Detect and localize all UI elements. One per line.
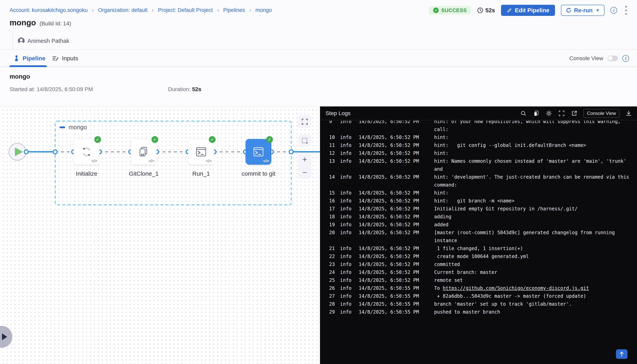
log-header-actions: Console View: [520, 109, 632, 118]
user-avatar-icon: [18, 38, 24, 44]
step-node-gitclone[interactable]: </> ✓ GitClone_1: [131, 139, 156, 165]
success-check-icon: ✓: [433, 8, 439, 13]
pipeline-icon: [13, 55, 20, 62]
info-icon[interactable]: i: [610, 7, 617, 14]
edit-pipeline-label: Edit Pipeline: [515, 7, 550, 14]
title-row: mongo (Build Id: 14): [10, 18, 71, 27]
header-actions: ✓ SUCCESS 52s Edit Pipeline: [429, 5, 629, 16]
log-row: 24info14/8/2025, 6:50:52 PMCurrent branc…: [329, 268, 637, 276]
download-icon: [626, 110, 632, 116]
log-row: 12info14/8/2025, 6:50:52 PMhint:: [329, 149, 637, 157]
step-node-run[interactable]: </> ✓ Run_1: [188, 139, 214, 165]
breadcrumb-project[interactable]: Project: Default Project: [158, 7, 213, 13]
tab-bar: Pipeline Inputs Console View i: [0, 50, 637, 67]
breadcrumb-organization[interactable]: Organization: default: [98, 7, 148, 13]
log-row: 25info14/8/2025, 6:50:52 PMremote set: [329, 276, 637, 284]
copy-icon: [533, 110, 539, 116]
rerun-caret-icon: ▼: [596, 8, 600, 13]
started-at: Started at: 14/8/2025, 6:50:09 PM: [10, 86, 93, 92]
console-view-info-icon[interactable]: i: [622, 55, 629, 62]
breadcrumb-pipelines[interactable]: Pipelines: [223, 7, 245, 13]
fit-view-button[interactable]: [298, 115, 311, 128]
step-node-commit-to-git[interactable]: </> ✓ commit to git: [246, 139, 271, 165]
active-tab-underline: [10, 65, 47, 67]
more-options-menu[interactable]: •••: [623, 5, 629, 16]
refresh-icon: [80, 146, 93, 158]
code-icon: </>: [148, 158, 154, 163]
copy-logs-button[interactable]: [532, 110, 540, 117]
build-id: (Build Id: 14): [40, 20, 71, 27]
pipeline-canvas[interactable]: mongo </> ✓ Initialize: [0, 106, 320, 364]
console-view-button[interactable]: Console View: [584, 109, 620, 118]
pipeline-graph: [0, 107, 320, 364]
pencil-icon: [506, 8, 512, 13]
zoom-out-button[interactable]: −: [298, 166, 311, 179]
open-logs-new-tab-button[interactable]: [571, 110, 578, 117]
console-view-label: Console View: [569, 55, 603, 62]
rerun-label: Re-run: [574, 7, 592, 14]
marquee-icon: [301, 137, 308, 144]
pipeline-execution-page: Account: kurosakiichigo.songoku › Organi…: [0, 0, 637, 364]
toggle-knob: [608, 56, 613, 61]
step-card: </>: [74, 139, 100, 165]
log-rows: 9info14/8/2025, 6:50:52 PMhint: of your …: [320, 121, 637, 364]
log-settings-button[interactable]: [545, 110, 552, 117]
status-text: SUCCESS: [441, 7, 467, 14]
breadcrumb-account[interactable]: Account: kurosakiichigo.songoku: [10, 7, 88, 13]
spacer: [98, 86, 163, 92]
gear-icon: [546, 110, 552, 117]
run-info-strip: mongo Started at: 14/8/2025, 6:50:09 PM …: [0, 67, 637, 106]
success-badge-icon: ✓: [152, 136, 158, 143]
marquee-select-button[interactable]: [298, 134, 311, 147]
tab-inputs[interactable]: Inputs: [52, 50, 78, 67]
terminal-icon: [252, 146, 264, 158]
fullscreen-icon: [301, 118, 308, 125]
rerun-icon: [566, 7, 572, 13]
log-row: 26info14/8/2025, 6:50:55 PMTo https://gi…: [329, 284, 637, 292]
success-badge-icon: ✓: [266, 136, 273, 143]
log-link[interactable]: https://github.com/Sonichigo/economy-dis…: [443, 286, 589, 291]
success-badge-icon: ✓: [94, 136, 101, 143]
breadcrumb-separator: ›: [152, 7, 154, 13]
code-icon: </>: [206, 158, 212, 163]
step-label: GitClone_1: [114, 170, 174, 177]
log-row: 10info14/8/2025, 6:50:52 PMhint:: [329, 133, 637, 141]
page-title: mongo: [10, 18, 36, 27]
log-row: 14info14/8/2025, 6:50:52 PMhint: 'develo…: [329, 173, 637, 189]
console-view-toggle[interactable]: [608, 56, 618, 61]
run-name: mongo: [10, 73, 30, 80]
run-meta: Started at: 14/8/2025, 6:50:09 PM Durati…: [10, 86, 201, 92]
stage-group-name: mongo: [69, 124, 87, 130]
breadcrumb-separator: ›: [92, 7, 94, 13]
duration: Duration: 52s: [168, 86, 201, 92]
arrow-up-icon: [619, 351, 624, 357]
clock-icon: [477, 7, 483, 14]
tab-pipeline[interactable]: Pipeline: [13, 50, 46, 67]
zoom-in-button[interactable]: +: [298, 153, 311, 166]
git-clone-icon: [138, 146, 150, 158]
expand-logs-button[interactable]: [558, 110, 565, 117]
code-icon: </>: [263, 158, 269, 163]
zoom-controls: + −: [298, 153, 311, 179]
download-logs-button[interactable]: [625, 110, 632, 117]
log-row: 9info14/8/2025, 6:50:52 PMhint: of your …: [329, 121, 637, 133]
rerun-button[interactable]: Re-run ▼: [561, 5, 604, 16]
log-row: 22info14/8/2025, 6:50:52 PM create mode …: [329, 252, 637, 260]
search-icon: [520, 110, 527, 116]
chevron-right-icon: [2, 334, 7, 340]
edit-pipeline-button[interactable]: Edit Pipeline: [501, 5, 555, 16]
code-icon: </>: [91, 158, 97, 163]
log-row: 13info14/8/2025, 6:50:52 PMhint: Names c…: [329, 157, 637, 173]
breadcrumb-current[interactable]: mongo: [256, 7, 272, 13]
success-badge-icon: ✓: [209, 136, 216, 143]
scroll-to-top-button[interactable]: [616, 349, 628, 359]
duration-indicator: 52s: [477, 7, 495, 14]
log-row: 21info14/8/2025, 6:50:52 PM 1 file chang…: [329, 244, 637, 252]
search-logs-button[interactable]: [520, 110, 527, 117]
step-card: </>: [131, 139, 156, 165]
collapse-stage-button[interactable]: [60, 126, 65, 128]
inputs-icon: [52, 55, 59, 62]
terminal-icon: [195, 146, 207, 158]
tab-inputs-label: Inputs: [62, 55, 78, 62]
step-node-initialize[interactable]: </> ✓ Initialize: [74, 139, 100, 165]
